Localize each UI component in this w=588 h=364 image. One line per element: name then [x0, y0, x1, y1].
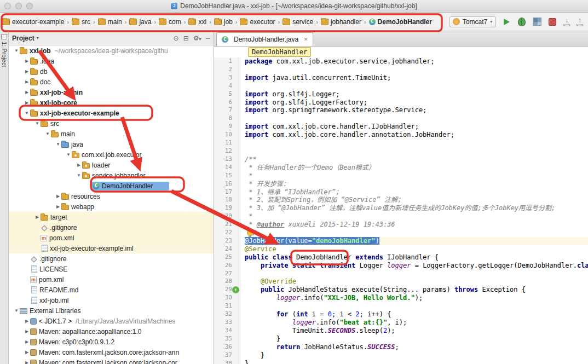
code-line-30[interactable]: logger.info("XXL-JOB, Hello World.");: [245, 294, 588, 302]
expand-arrow-icon[interactable]: ▶: [24, 69, 30, 74]
code-line-13[interactable]: /**: [245, 155, 588, 164]
gutter-line-3[interactable]: 3: [214, 74, 232, 82]
zoom-window-button[interactable]: [26, 3, 33, 9]
gutter-line-33[interactable]: 33: [214, 319, 232, 327]
gutter-line-14[interactable]: 14: [214, 164, 232, 172]
gutter-line-19[interactable]: 19: [214, 204, 232, 212]
code-line-26[interactable]: private static transient Logger logger =…: [245, 262, 588, 270]
code-line-22[interactable]: */: [245, 229, 588, 237]
expand-arrow-icon[interactable]: ▶: [24, 350, 30, 355]
gutter-line-16[interactable]: 16: [214, 180, 232, 188]
code-line-3[interactable]: import java.util.concurrent.TimeUnit;: [245, 74, 588, 82]
gutter-line-28[interactable]: 28: [214, 278, 232, 286]
stop-button[interactable]: [547, 17, 557, 27]
code-line-8[interactable]: [245, 114, 588, 123]
code-line-17[interactable]: * 1、继承 “IJobHandler”；: [245, 188, 588, 197]
gutter-line-37[interactable]: 37: [214, 351, 232, 360]
tree-row-com.xxl.job.executor[interactable]: ▼com.xxl.job.executor: [9, 149, 214, 160]
gutter-line-6[interactable]: 6: [214, 99, 232, 107]
gutter-line-31[interactable]: 31: [214, 302, 232, 310]
expand-arrow-icon[interactable]: ▶: [24, 100, 30, 105]
tree-row-pom.xml[interactable]: mpom.xml: [9, 274, 214, 285]
expand-arrow-icon[interactable]: ▼: [34, 121, 41, 126]
breadcrumb-item-java[interactable]: java: [129, 18, 151, 26]
tool-window-icon[interactable]: [1, 34, 7, 39]
expand-arrow-icon[interactable]: ▼: [13, 308, 20, 313]
expand-arrow-icon[interactable]: ▶: [24, 319, 30, 323]
gear-icon[interactable]: ⚙▾: [193, 34, 201, 42]
code-line-24[interactable]: @Service: [245, 245, 588, 253]
expand-arrow-icon[interactable]: ▼: [24, 111, 30, 115]
code-line-15[interactable]: *: [245, 172, 588, 180]
gutter-line-7[interactable]: 7: [214, 106, 232, 114]
tree-row-src[interactable]: ▼src: [9, 118, 214, 129]
expand-arrow-icon[interactable]: ▼: [44, 131, 51, 136]
code-line-16[interactable]: * 开发步骤：: [245, 180, 588, 188]
editor-tab[interactable]: C DemoJobHandler.java ×: [216, 32, 313, 46]
tree-row-DemoJobHandler[interactable]: CDemoJobHandler: [9, 181, 214, 191]
tree-row-External Libraries[interactable]: ▼External Libraries: [9, 305, 214, 316]
gutter-line-9[interactable]: 9: [214, 123, 232, 131]
code-line-25[interactable]: public class DemoJobHandler extends IJob…: [245, 253, 588, 262]
breadcrumb-item-DemoJobHandler[interactable]: CDemoJobHandler: [369, 18, 432, 26]
code-line-9[interactable]: import com.xxl.job.core.handler.IJobHand…: [245, 123, 588, 131]
tree-row-xxl-job[interactable]: ▼xxl-job~/workspaces/idea-git-workspace/…: [9, 45, 214, 56]
code-line-5[interactable]: import org.slf4j.Logger;: [245, 90, 588, 99]
gutter-line-24[interactable]: 24: [214, 245, 232, 253]
gutter-line-38[interactable]: 38: [214, 360, 232, 364]
expand-arrow-icon[interactable]: ▶: [24, 90, 30, 95]
code-line-36[interactable]: return JobHandleStatus.SUCCESS;: [245, 343, 588, 351]
gutter-line-29[interactable]: 29: [214, 286, 232, 294]
code-line-35[interactable]: }: [245, 335, 588, 343]
expand-arrow-icon[interactable]: ▶: [34, 215, 41, 219]
code-line-27[interactable]: [245, 270, 588, 278]
expand-arrow-icon[interactable]: ▶: [24, 339, 30, 344]
breadcrumb-item-jobhandler[interactable]: jobhandler: [321, 18, 361, 26]
gutter-line-5[interactable]: 5: [214, 90, 232, 99]
code-line-2[interactable]: [245, 66, 588, 74]
project-tool-window-button[interactable]: 1: Project: [1, 42, 8, 67]
gutter-line-25[interactable]: 25: [214, 253, 232, 262]
expand-arrow-icon[interactable]: ▼: [55, 142, 61, 147]
code-line-14[interactable]: * 任务Handler的一个Demo（Bean模式）: [245, 164, 588, 172]
breadcrumb-item-service[interactable]: service: [283, 18, 313, 26]
code-line-38[interactable]: }: [245, 360, 588, 364]
tree-row-db[interactable]: ▶db: [9, 66, 214, 77]
tree-row-java[interactable]: ▼java: [9, 139, 214, 149]
tree-row-loader[interactable]: ▶loader: [9, 160, 214, 170]
expand-arrow-icon[interactable]: ▶: [55, 194, 61, 199]
tree-row-Maven: aopalliance:aopalliance:1.0[interactable]: ▶Maven: aopalliance:aopalliance:1.0: [9, 326, 214, 337]
chevron-down-icon[interactable]: ▾: [37, 36, 39, 41]
breadcrumb-item-main[interactable]: main: [98, 18, 122, 26]
gutter-line-34[interactable]: 34: [214, 327, 232, 335]
collapse-all-icon[interactable]: ⊟: [183, 34, 189, 42]
close-icon[interactable]: ×: [304, 36, 308, 43]
tree-row-.gitignore[interactable]: .gitignore: [9, 222, 214, 233]
code-line-20[interactable]: *: [245, 212, 588, 221]
expand-arrow-icon[interactable]: ▶: [24, 59, 30, 63]
gutter-line-12[interactable]: 12: [214, 147, 232, 155]
tree-row-xxl-job.iml[interactable]: xxl-job.iml: [9, 295, 214, 305]
gutter-line-23[interactable]: 23: [214, 237, 232, 245]
tree-row-README.md[interactable]: README.md: [9, 285, 214, 295]
gutter-line-21[interactable]: 21: [214, 221, 232, 229]
gutter-line-20[interactable]: 20: [214, 212, 232, 221]
code-line-31[interactable]: [245, 302, 588, 310]
tree-row-< JDK1.7 >[interactable]: ▶< JDK1.7 >/Library/Java/JavaVirtualMach…: [9, 316, 214, 326]
code-line-21[interactable]: * @author xuxueli 2015-12-19 19:43:36: [245, 221, 588, 229]
expand-arrow-icon[interactable]: ▼: [76, 173, 82, 178]
expand-arrow-icon[interactable]: ▶: [24, 329, 30, 334]
tree-row-webapp[interactable]: ▶webapp: [9, 201, 214, 212]
close-window-button[interactable]: [4, 3, 11, 9]
expand-arrow-icon[interactable]: ▶: [76, 163, 82, 167]
code-line-11[interactable]: [245, 139, 588, 147]
breadcrumb-item-job[interactable]: job: [214, 18, 233, 26]
tree-row-xxl-job-executor-example[interactable]: ▼xxl-job-executor-example: [9, 108, 214, 118]
gutter-line-32[interactable]: 32: [214, 310, 232, 319]
code-line-19[interactable]: * 3、加 “@JobHander” 注解，注解value值为新增任务生成的Jo…: [245, 204, 588, 212]
gutter-line-11[interactable]: 11: [214, 139, 232, 147]
code-line-23[interactable]: @JobHander(value="demoJobHandler"): [245, 237, 588, 245]
code-line-29[interactable]: public JobHandleStatus execute(String...…: [245, 286, 588, 294]
breadcrumb-item-executor-example[interactable]: executor-example: [2, 18, 64, 26]
tree-row-main[interactable]: ▼main: [9, 129, 214, 139]
